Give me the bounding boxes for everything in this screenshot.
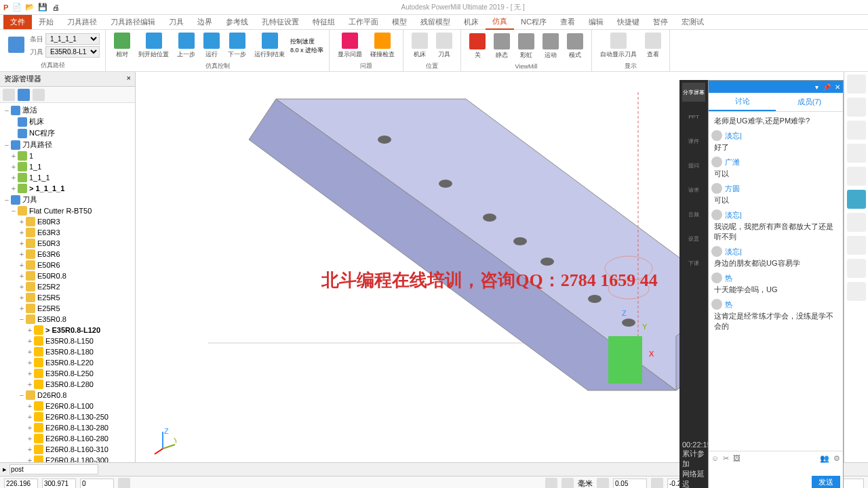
expand-icon[interactable]: ▸ — [3, 465, 7, 474]
new-icon[interactable]: 📄 — [12, 2, 22, 13]
tree-item[interactable]: +E50R0.8 — [1, 270, 134, 281]
tab-参考线[interactable]: 参考线 — [219, 15, 255, 29]
tree-item[interactable]: +1_1 — [1, 161, 134, 172]
ribbon-机床[interactable]: 机床 — [409, 31, 431, 60]
ribbon-彩虹[interactable]: 彩虹 — [515, 32, 537, 61]
tree-item[interactable]: 机床 — [1, 116, 134, 127]
path-icon[interactable] — [5, 35, 27, 56]
ribbon-运行到结束[interactable]: 运行到结束 — [252, 31, 288, 60]
side-课件[interactable]: 课件 — [683, 130, 705, 152]
side-请求[interactable]: 请求 — [683, 179, 705, 201]
tab-机床[interactable]: 机床 — [457, 15, 486, 29]
tree-item[interactable]: +E26R0.8-L130-280 — [1, 422, 134, 433]
ribbon-运动[interactable]: 运动 — [540, 32, 561, 61]
ribbon-上一步[interactable]: 上一步 — [174, 31, 198, 60]
tol-1[interactable] — [613, 479, 647, 488]
side-音频[interactable]: 音频 — [683, 203, 705, 225]
search-icon[interactable] — [847, 167, 866, 186]
minimize-icon[interactable]: ▾ — [815, 83, 818, 91]
tree-item[interactable]: +E26R0.8-L180-300 — [1, 455, 134, 462]
side-提问[interactable]: 提问 — [683, 155, 705, 176]
tree-item[interactable]: +E35R0.8-L250 — [1, 368, 134, 379]
select-icon[interactable] — [847, 259, 866, 278]
side-设置[interactable]: 设置 — [683, 228, 705, 249]
tree-item[interactable]: +E50R3 — [1, 238, 134, 249]
chat-input[interactable] — [711, 464, 840, 472]
ribbon-查看[interactable]: 查看 — [642, 31, 664, 60]
ribbon-碰撞检查[interactable]: 碰撞检查 — [368, 31, 397, 60]
ribbon-关[interactable]: 关 — [467, 32, 488, 61]
tree-item[interactable]: +E35R0.8-L150 — [1, 336, 134, 346]
tree-item[interactable]: +E63R6 — [1, 249, 134, 260]
open-icon[interactable]: 📂 — [24, 2, 35, 13]
tab-刀具路径[interactable]: 刀具路径 — [60, 15, 104, 29]
tree-item[interactable]: −E35R0.8 — [1, 314, 134, 325]
tree-item[interactable]: −刀具路径 — [1, 139, 134, 150]
tree-item[interactable]: NC程序 — [1, 127, 134, 139]
tree-item[interactable]: +E25R2 — [1, 281, 134, 292]
tree-item[interactable]: +E26R0.8-L130-250 — [1, 411, 134, 422]
coord-y[interactable] — [42, 479, 76, 488]
filter-icon[interactable] — [33, 89, 45, 101]
tab-刀具[interactable]: 刀具 — [162, 15, 191, 29]
tree-item[interactable]: +E80R3 — [1, 216, 134, 227]
tree-item[interactable]: +E35R0.8-L280 — [1, 379, 134, 390]
scissors-icon[interactable]: ✂ — [723, 454, 729, 463]
tool-select[interactable]: E35R0.8-L120 — [45, 46, 100, 58]
tree-item[interactable]: +E26R0.8-L160-280 — [1, 433, 134, 444]
sb2[interactable] — [545, 478, 557, 489]
print-icon[interactable]: 🖨 — [50, 2, 61, 13]
send-button[interactable]: 发送 — [812, 476, 840, 488]
tree-item[interactable]: +E63R3 — [1, 227, 134, 238]
tab-NC程序[interactable]: NC程序 — [514, 15, 553, 29]
tree-item[interactable]: +E25R5 — [1, 292, 134, 303]
tree-item[interactable]: +1_1_1 — [1, 172, 134, 183]
undo-icon[interactable] — [847, 144, 866, 163]
tree-item[interactable]: −刀具 — [1, 194, 134, 205]
side-下课[interactable]: 下课 — [683, 252, 705, 274]
ribbon-刀具[interactable]: 刀具 — [433, 31, 455, 60]
chat-messages[interactable]: 老师是UG难学,还是PM难学?淡忘|好了广潍可以方圆可以淡忘|我说呢，我把所有声… — [709, 112, 843, 451]
tab-仿真[interactable]: 仿真 — [486, 14, 514, 30]
tab-残留模型[interactable]: 残留模型 — [414, 15, 457, 29]
tab-编辑[interactable]: 编辑 — [582, 15, 610, 29]
globe-icon[interactable] — [847, 190, 866, 209]
zoom-icon[interactable] — [847, 98, 866, 117]
tree-item[interactable]: −激活 — [1, 104, 134, 116]
sb1[interactable] — [118, 478, 130, 489]
tree-item[interactable]: +E35R0.8-L220 — [1, 357, 134, 368]
tab-discuss[interactable]: 讨论 — [709, 93, 776, 111]
ribbon-下一步[interactable]: 下一步 — [225, 31, 249, 60]
user-icon[interactable]: 👥 — [820, 454, 829, 463]
tab-边界[interactable]: 边界 — [191, 15, 219, 29]
tree-item[interactable]: +> E35R0.8-L120 — [1, 325, 134, 336]
coord-x[interactable] — [4, 479, 38, 488]
tree-item[interactable]: +> 1_1_1_1 — [1, 183, 134, 194]
tab-查看[interactable]: 查看 — [553, 15, 582, 29]
pin-icon[interactable]: 📌 — [823, 83, 831, 91]
file-icon[interactable] — [847, 121, 866, 140]
emoji-icon[interactable]: ☺ — [711, 454, 719, 463]
tree-item[interactable]: +E25R5 — [1, 303, 134, 314]
cursor-icon[interactable] — [847, 282, 866, 301]
view-icon[interactable] — [847, 75, 866, 94]
tree-item[interactable]: +1 — [1, 150, 134, 161]
save-icon[interactable]: 💾 — [37, 2, 48, 13]
sb4[interactable] — [597, 478, 609, 489]
ribbon-到开始位置[interactable]: 到开始位置 — [136, 31, 172, 60]
entry-select[interactable]: 1_1_1_1 — [45, 33, 100, 45]
image-icon[interactable]: 🖼 — [733, 454, 741, 463]
ribbon-自动显示刀具[interactable]: 自动显示刀具 — [597, 31, 639, 60]
tab-members[interactable]: 成员(7) — [776, 93, 843, 111]
side-PPT[interactable]: PPT — [683, 106, 705, 127]
gear-icon[interactable]: ⚙ — [833, 454, 840, 463]
post-input[interactable] — [9, 464, 98, 474]
sb5[interactable] — [651, 478, 663, 489]
tree-item[interactable]: −D26R0.8 — [1, 390, 134, 401]
globe-icon[interactable] — [18, 89, 30, 101]
ribbon-模式[interactable]: 模式 — [564, 32, 586, 61]
tab-刀具路径编辑[interactable]: 刀具路径编辑 — [104, 15, 162, 29]
close-icon[interactable]: × — [127, 74, 131, 84]
tree-item[interactable]: −Flat Cutter R-BT50 — [1, 205, 134, 216]
coord-z[interactable] — [80, 479, 114, 488]
